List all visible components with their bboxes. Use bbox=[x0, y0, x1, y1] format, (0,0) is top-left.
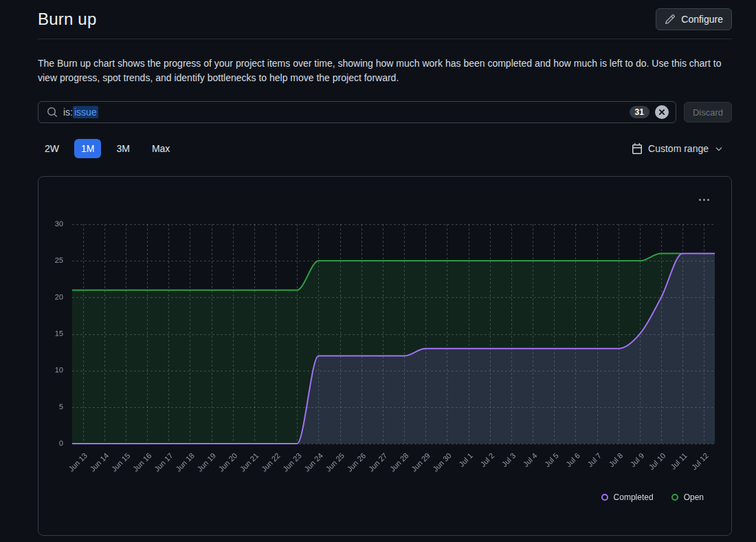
filter-query-term: issue bbox=[73, 106, 98, 118]
page-header: Burn up Configure bbox=[38, 8, 732, 39]
chart-menu-button[interactable] bbox=[696, 196, 712, 204]
legend-item-completed: Completed bbox=[601, 492, 654, 502]
kebab-menu-icon bbox=[699, 199, 709, 201]
page-title: Burn up bbox=[38, 10, 96, 29]
tab-1m[interactable]: 1M bbox=[74, 139, 101, 158]
search-icon bbox=[47, 107, 58, 118]
legend-swatch-open bbox=[671, 494, 678, 501]
legend-swatch-completed bbox=[601, 494, 608, 501]
tab-3m[interactable]: 3M bbox=[109, 139, 136, 158]
burn-up-chart-card: CompletedOpen bbox=[38, 176, 732, 536]
calendar-icon bbox=[632, 143, 643, 154]
chart-legend: CompletedOpen bbox=[601, 492, 704, 502]
period-row: 2W1M3MMax Custom range bbox=[38, 139, 732, 158]
burn-up-insights-page: Burn up Configure The Burn up chart show… bbox=[0, 0, 756, 536]
burn-up-chart-canvas bbox=[38, 177, 731, 500]
discard-button[interactable]: Discard bbox=[684, 102, 732, 122]
period-tabs: 2W1M3MMax bbox=[38, 139, 177, 158]
configure-button[interactable]: Configure bbox=[656, 8, 732, 30]
filter-query: is:issue bbox=[63, 106, 630, 118]
custom-range-button[interactable]: Custom range bbox=[632, 143, 732, 154]
configure-button-label: Configure bbox=[681, 14, 723, 25]
custom-range-label: Custom range bbox=[648, 143, 709, 154]
legend-label: Completed bbox=[614, 492, 654, 502]
chevron-down-icon bbox=[714, 144, 724, 153]
pencil-icon bbox=[665, 14, 676, 25]
filter-input[interactable]: is:issue 31 bbox=[38, 101, 676, 123]
tab-max[interactable]: Max bbox=[145, 139, 177, 158]
circle-x-icon bbox=[655, 105, 669, 119]
filter-row: is:issue 31 Discard bbox=[38, 101, 732, 123]
tab-2w[interactable]: 2W bbox=[38, 139, 66, 158]
filter-query-prefix: is: bbox=[63, 107, 73, 118]
page-description: The Burn up chart shows the progress of … bbox=[38, 56, 732, 85]
result-count-badge: 31 bbox=[630, 106, 649, 118]
legend-label: Open bbox=[684, 492, 704, 502]
legend-item-open: Open bbox=[671, 492, 704, 502]
clear-filter-button[interactable] bbox=[655, 105, 669, 119]
